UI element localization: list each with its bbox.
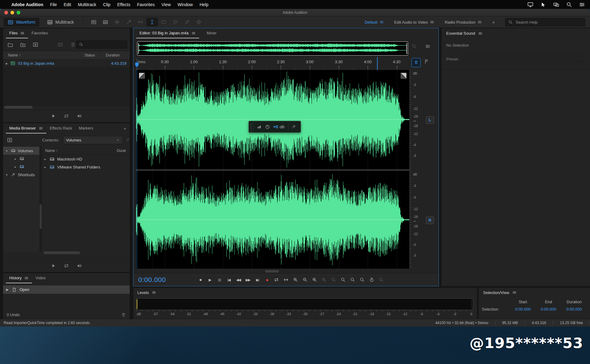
loop-playback-button[interactable]: [272, 276, 281, 284]
files-search-field[interactable]: [76, 41, 127, 48]
panel-menu-icon[interactable]: [152, 290, 156, 295]
rewind-button[interactable]: ◀◀: [234, 276, 243, 284]
zoom-to-selection-button[interactable]: [329, 276, 338, 284]
column-name[interactable]: Name ↑: [45, 149, 58, 153]
screen-mirroring-icon[interactable]: [527, 2, 533, 8]
preview-loop-button[interactable]: [64, 263, 69, 269]
volume-hud[interactable]: +0 dB: [249, 121, 301, 133]
overview-waveform[interactable]: [137, 41, 408, 56]
panel-list-icon[interactable]: [425, 44, 431, 49]
zoom-reset-button[interactable]: [376, 276, 386, 284]
zoom-selection-full-button[interactable]: [357, 276, 367, 284]
selection-end-value[interactable]: 0:00.000: [536, 307, 561, 312]
trash-icon[interactable]: [121, 312, 126, 317]
menu-item[interactable]: Favorites: [134, 2, 158, 7]
preview-loop-button[interactable]: [64, 113, 69, 119]
column-duration[interactable]: Duration: [104, 53, 130, 57]
displays-icon[interactable]: [553, 2, 559, 8]
menu-item[interactable]: View: [158, 2, 174, 7]
files-list-empty-area[interactable]: [3, 67, 130, 106]
panel-menu-icon[interactable]: [191, 31, 196, 35]
window-titlebar[interactable]: Adobe Audition: [0, 9, 590, 17]
time-display[interactable]: 0:00.000: [138, 276, 184, 284]
tree-vertical-scrollbar[interactable]: [39, 147, 42, 252]
zoom-navigate-icon[interactable]: [411, 44, 417, 49]
move-tool[interactable]: [111, 18, 123, 26]
workspace-item[interactable]: Default: [365, 20, 384, 25]
menu-item[interactable]: Edit: [60, 2, 74, 7]
cursor-icon[interactable]: [540, 2, 546, 8]
skip-selection-button[interactable]: [281, 276, 291, 284]
contents-dropdown[interactable]: Volumes: [63, 136, 123, 144]
waveform-canvas-left[interactable]: [136, 70, 409, 169]
multitrack-mode-button[interactable]: Multitrack: [43, 18, 78, 27]
close-file-button[interactable]: [70, 42, 76, 48]
panel-tab[interactable]: Video: [32, 273, 49, 283]
tree-row[interactable]: ▾Volumes: [3, 147, 39, 155]
column-status[interactable]: Status: [82, 53, 104, 57]
lasso-selection-tool[interactable]: [170, 18, 181, 26]
media-horizontal-scrollbar[interactable]: [44, 251, 80, 254]
file-name[interactable]: 03 Big in Japan.m4a: [18, 61, 54, 66]
selection-view-header[interactable]: Selection/View: [479, 288, 590, 297]
panel-overflow-chevron[interactable]: »: [120, 123, 130, 134]
menu-item[interactable]: Clip: [100, 2, 114, 7]
stop-button[interactable]: ■: [195, 276, 205, 284]
zoom-in-button[interactable]: [291, 276, 300, 284]
marquee-selection-tool[interactable]: [158, 18, 170, 26]
column-duration[interactable]: Durat: [117, 149, 130, 153]
panel-menu-icon[interactable]: [478, 31, 482, 36]
panel-tab[interactable]: Favorites: [28, 28, 51, 38]
panel-menu-icon[interactable]: [512, 290, 517, 295]
menu-item[interactable]: File: [47, 2, 61, 7]
insert-into-multitrack-button[interactable]: [57, 42, 63, 48]
tree-row[interactable]: ▸: [3, 155, 39, 163]
preview-autoplay-button[interactable]: [77, 263, 82, 269]
channel-left-button[interactable]: L: [426, 116, 434, 124]
add-marker-button[interactable]: [423, 59, 429, 64]
media-list-row[interactable]: ▸VMware Shared Folders: [42, 163, 130, 171]
level-meter-corner-icon[interactable]: [139, 73, 145, 79]
selection-start-value[interactable]: 0:00.000: [510, 307, 536, 312]
import-media-button[interactable]: [7, 137, 13, 143]
record-button[interactable]: ●: [262, 276, 272, 284]
preview-autoplay-button[interactable]: [77, 113, 82, 119]
history-item-open[interactable]: ▶ Open: [3, 285, 130, 294]
panel-tab[interactable]: Media Browser: [6, 123, 46, 134]
workspace-item[interactable]: Edit Audio to Video: [394, 20, 435, 25]
filter-icon[interactable]: [125, 138, 130, 142]
tree-row[interactable]: ▾Shortcuts: [3, 171, 39, 179]
panel-tab[interactable]: Files: [6, 28, 28, 38]
zoom-out-time-button[interactable]: [319, 276, 329, 284]
gain-knob-icon[interactable]: [265, 124, 270, 130]
razor-tool[interactable]: [123, 18, 135, 26]
timeline-marker[interactable]: [377, 57, 378, 70]
panel-tab[interactable]: Effects Rack: [46, 123, 76, 134]
navigate-corner-icon[interactable]: [401, 73, 407, 79]
levels-header[interactable]: Levels: [133, 288, 477, 297]
import-file-button[interactable]: [20, 42, 26, 48]
mixer-tab[interactable]: Mixer: [203, 28, 220, 38]
timer-record-button[interactable]: [367, 276, 376, 284]
waveform-mode-button[interactable]: Waveform: [4, 18, 39, 27]
files-horizontal-scrollbar[interactable]: [4, 106, 33, 109]
menu-item[interactable]: Help: [196, 2, 212, 7]
play-button[interactable]: ▶: [205, 276, 214, 284]
panel-menu-icon[interactable]: [24, 276, 29, 280]
hud-pin-icon[interactable]: [292, 125, 296, 129]
column-name[interactable]: Name ↑: [3, 53, 82, 57]
preview-play-button[interactable]: [51, 113, 56, 119]
skip-to-start-button[interactable]: |◀: [224, 276, 234, 284]
essential-sound-header[interactable]: Essential Sound: [442, 28, 590, 38]
zoom-selection-in-point-button[interactable]: [338, 276, 348, 284]
new-content-button[interactable]: [33, 42, 38, 48]
menu-item[interactable]: Adobe Audition: [8, 2, 47, 7]
menu-item[interactable]: Effects: [114, 2, 134, 7]
playhead-line[interactable]: [137, 59, 137, 269]
snap-toggle-button[interactable]: [411, 58, 421, 67]
panel-tab[interactable]: History: [6, 273, 32, 283]
panel-menu-icon[interactable]: [39, 126, 43, 130]
preset-dropdown[interactable]: [462, 55, 583, 63]
zoom-selection-out-point-button[interactable]: [348, 276, 357, 284]
workspace-item[interactable]: Radio Production: [445, 20, 482, 25]
